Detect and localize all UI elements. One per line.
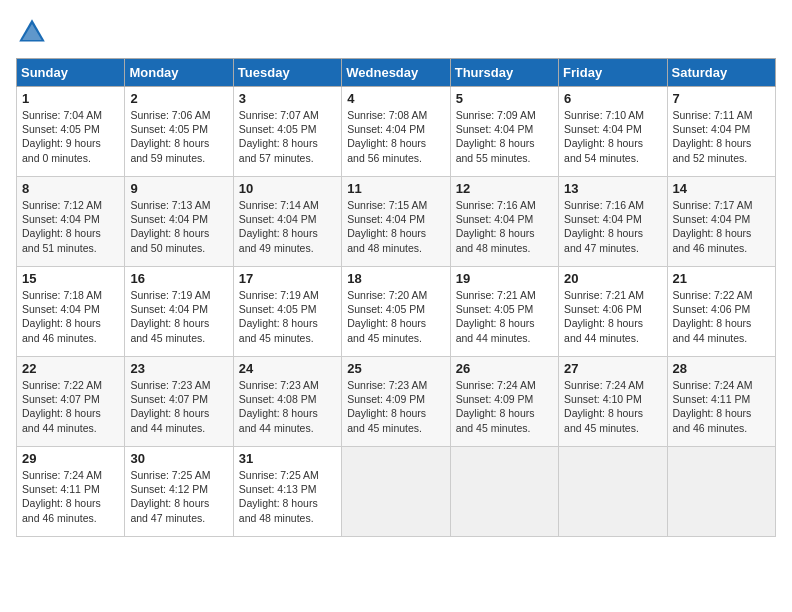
calendar-week-4: 22Sunrise: 7:22 AMSunset: 4:07 PMDayligh…: [17, 357, 776, 447]
sunset: Sunset: 4:08 PM: [239, 393, 317, 405]
day-detail: Sunrise: 7:19 AMSunset: 4:04 PMDaylight:…: [130, 288, 227, 345]
day-detail: Sunrise: 7:07 AMSunset: 4:05 PMDaylight:…: [239, 108, 336, 165]
calendar-week-1: 1Sunrise: 7:04 AMSunset: 4:05 PMDaylight…: [17, 87, 776, 177]
day-detail: Sunrise: 7:04 AMSunset: 4:05 PMDaylight:…: [22, 108, 119, 165]
day-cell-7: 7Sunrise: 7:11 AMSunset: 4:04 PMDaylight…: [667, 87, 775, 177]
calendar-week-5: 29Sunrise: 7:24 AMSunset: 4:11 PMDayligh…: [17, 447, 776, 537]
sunrise: Sunrise: 7:25 AM: [239, 469, 319, 481]
day-cell-15: 15Sunrise: 7:18 AMSunset: 4:04 PMDayligh…: [17, 267, 125, 357]
day-detail: Sunrise: 7:15 AMSunset: 4:04 PMDaylight:…: [347, 198, 444, 255]
sunset: Sunset: 4:05 PM: [130, 123, 208, 135]
empty-cell: [559, 447, 667, 537]
daylight: Daylight: 8 hours and 45 minutes.: [456, 407, 535, 433]
day-cell-24: 24Sunrise: 7:23 AMSunset: 4:08 PMDayligh…: [233, 357, 341, 447]
daylight: Daylight: 8 hours and 57 minutes.: [239, 137, 318, 163]
day-detail: Sunrise: 7:21 AMSunset: 4:06 PMDaylight:…: [564, 288, 661, 345]
daylight: Daylight: 8 hours and 45 minutes.: [347, 407, 426, 433]
empty-cell: [342, 447, 450, 537]
day-cell-3: 3Sunrise: 7:07 AMSunset: 4:05 PMDaylight…: [233, 87, 341, 177]
day-detail: Sunrise: 7:18 AMSunset: 4:04 PMDaylight:…: [22, 288, 119, 345]
sunset: Sunset: 4:09 PM: [347, 393, 425, 405]
day-detail: Sunrise: 7:24 AMSunset: 4:11 PMDaylight:…: [22, 468, 119, 525]
sunset: Sunset: 4:04 PM: [347, 213, 425, 225]
day-cell-11: 11Sunrise: 7:15 AMSunset: 4:04 PMDayligh…: [342, 177, 450, 267]
sunset: Sunset: 4:05 PM: [456, 303, 534, 315]
day-cell-13: 13Sunrise: 7:16 AMSunset: 4:04 PMDayligh…: [559, 177, 667, 267]
daylight: Daylight: 8 hours and 44 minutes.: [456, 317, 535, 343]
sunrise: Sunrise: 7:16 AM: [456, 199, 536, 211]
day-detail: Sunrise: 7:11 AMSunset: 4:04 PMDaylight:…: [673, 108, 770, 165]
daylight: Daylight: 8 hours and 46 minutes.: [673, 227, 752, 253]
day-cell-20: 20Sunrise: 7:21 AMSunset: 4:06 PMDayligh…: [559, 267, 667, 357]
sunset: Sunset: 4:10 PM: [564, 393, 642, 405]
day-number: 21: [673, 271, 770, 286]
day-number: 3: [239, 91, 336, 106]
day-cell-12: 12Sunrise: 7:16 AMSunset: 4:04 PMDayligh…: [450, 177, 558, 267]
daylight: Daylight: 8 hours and 51 minutes.: [22, 227, 101, 253]
day-number: 6: [564, 91, 661, 106]
sunrise: Sunrise: 7:19 AM: [130, 289, 210, 301]
day-number: 13: [564, 181, 661, 196]
sunset: Sunset: 4:07 PM: [130, 393, 208, 405]
day-cell-30: 30Sunrise: 7:25 AMSunset: 4:12 PMDayligh…: [125, 447, 233, 537]
day-detail: Sunrise: 7:22 AMSunset: 4:06 PMDaylight:…: [673, 288, 770, 345]
day-number: 26: [456, 361, 553, 376]
day-cell-18: 18Sunrise: 7:20 AMSunset: 4:05 PMDayligh…: [342, 267, 450, 357]
daylight: Daylight: 8 hours and 46 minutes.: [22, 497, 101, 523]
sunset: Sunset: 4:11 PM: [22, 483, 100, 495]
sunrise: Sunrise: 7:14 AM: [239, 199, 319, 211]
day-number: 9: [130, 181, 227, 196]
day-detail: Sunrise: 7:19 AMSunset: 4:05 PMDaylight:…: [239, 288, 336, 345]
day-detail: Sunrise: 7:25 AMSunset: 4:12 PMDaylight:…: [130, 468, 227, 525]
day-detail: Sunrise: 7:09 AMSunset: 4:04 PMDaylight:…: [456, 108, 553, 165]
daylight: Daylight: 8 hours and 46 minutes.: [673, 407, 752, 433]
day-detail: Sunrise: 7:08 AMSunset: 4:04 PMDaylight:…: [347, 108, 444, 165]
sunrise: Sunrise: 7:23 AM: [239, 379, 319, 391]
daylight: Daylight: 8 hours and 48 minutes.: [456, 227, 535, 253]
day-number: 29: [22, 451, 119, 466]
day-cell-17: 17Sunrise: 7:19 AMSunset: 4:05 PMDayligh…: [233, 267, 341, 357]
day-number: 24: [239, 361, 336, 376]
day-cell-5: 5Sunrise: 7:09 AMSunset: 4:04 PMDaylight…: [450, 87, 558, 177]
sunrise: Sunrise: 7:15 AM: [347, 199, 427, 211]
sunset: Sunset: 4:04 PM: [239, 213, 317, 225]
day-number: 7: [673, 91, 770, 106]
day-number: 17: [239, 271, 336, 286]
sunrise: Sunrise: 7:20 AM: [347, 289, 427, 301]
sunrise: Sunrise: 7:09 AM: [456, 109, 536, 121]
sunrise: Sunrise: 7:06 AM: [130, 109, 210, 121]
day-number: 27: [564, 361, 661, 376]
calendar-week-3: 15Sunrise: 7:18 AMSunset: 4:04 PMDayligh…: [17, 267, 776, 357]
day-cell-2: 2Sunrise: 7:06 AMSunset: 4:05 PMDaylight…: [125, 87, 233, 177]
day-detail: Sunrise: 7:24 AMSunset: 4:10 PMDaylight:…: [564, 378, 661, 435]
sunrise: Sunrise: 7:04 AM: [22, 109, 102, 121]
logo-icon: [16, 16, 48, 48]
sunset: Sunset: 4:06 PM: [564, 303, 642, 315]
sunrise: Sunrise: 7:17 AM: [673, 199, 753, 211]
day-number: 25: [347, 361, 444, 376]
day-detail: Sunrise: 7:20 AMSunset: 4:05 PMDaylight:…: [347, 288, 444, 345]
sunrise: Sunrise: 7:13 AM: [130, 199, 210, 211]
header-sunday: Sunday: [17, 59, 125, 87]
page-header: [16, 16, 776, 48]
day-number: 5: [456, 91, 553, 106]
daylight: Daylight: 8 hours and 48 minutes.: [347, 227, 426, 253]
sunset: Sunset: 4:05 PM: [239, 123, 317, 135]
sunrise: Sunrise: 7:11 AM: [673, 109, 753, 121]
day-cell-14: 14Sunrise: 7:17 AMSunset: 4:04 PMDayligh…: [667, 177, 775, 267]
sunset: Sunset: 4:06 PM: [673, 303, 751, 315]
header-friday: Friday: [559, 59, 667, 87]
day-number: 1: [22, 91, 119, 106]
day-detail: Sunrise: 7:14 AMSunset: 4:04 PMDaylight:…: [239, 198, 336, 255]
sunset: Sunset: 4:04 PM: [564, 123, 642, 135]
daylight: Daylight: 8 hours and 59 minutes.: [130, 137, 209, 163]
day-detail: Sunrise: 7:12 AMSunset: 4:04 PMDaylight:…: [22, 198, 119, 255]
day-number: 22: [22, 361, 119, 376]
sunrise: Sunrise: 7:10 AM: [564, 109, 644, 121]
day-detail: Sunrise: 7:23 AMSunset: 4:08 PMDaylight:…: [239, 378, 336, 435]
header-thursday: Thursday: [450, 59, 558, 87]
day-cell-1: 1Sunrise: 7:04 AMSunset: 4:05 PMDaylight…: [17, 87, 125, 177]
daylight: Daylight: 8 hours and 56 minutes.: [347, 137, 426, 163]
sunrise: Sunrise: 7:24 AM: [564, 379, 644, 391]
day-detail: Sunrise: 7:16 AMSunset: 4:04 PMDaylight:…: [564, 198, 661, 255]
